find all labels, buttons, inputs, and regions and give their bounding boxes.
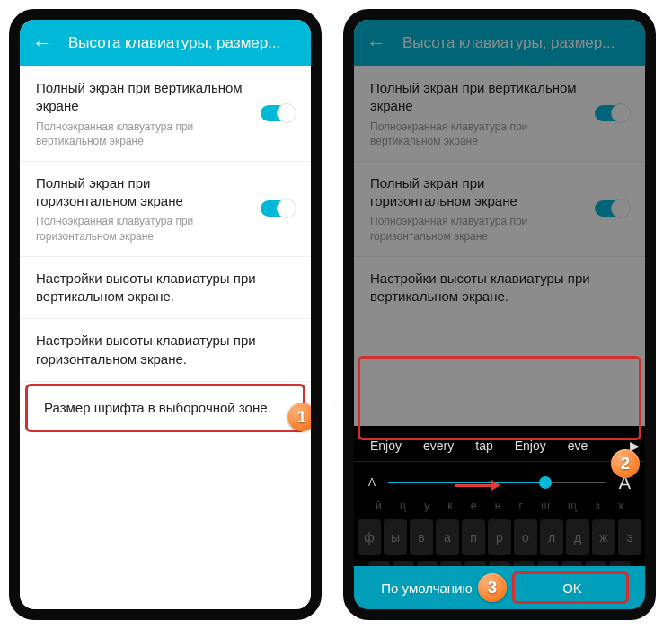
row-title: Размер шрифта в выборочной зоне bbox=[44, 399, 287, 417]
setting-kb-height-landscape[interactable]: Настройки высоты клавиатуры при горизонт… bbox=[20, 319, 311, 381]
font-size-slider: A A bbox=[354, 462, 645, 503]
setting-font-size[interactable]: Размер шрифта в выборочной зоне bbox=[25, 384, 305, 432]
divider bbox=[20, 381, 311, 382]
toggle-switch[interactable] bbox=[261, 200, 295, 217]
key[interactable]: д bbox=[566, 519, 589, 555]
row-title: Полный экран при горизонтальном экране bbox=[36, 174, 250, 211]
row-title: Настройки высоты клавиатуры при вертикал… bbox=[36, 270, 295, 306]
key[interactable]: р bbox=[488, 519, 511, 555]
callout-badge-3: 3 bbox=[478, 573, 507, 602]
setting-fullscreen-landscape[interactable]: Полный экран при горизонтальном экране П… bbox=[20, 162, 311, 256]
letter-a-small-icon: A bbox=[368, 476, 376, 489]
row-title: Полный экран при вертикальном экране bbox=[36, 79, 250, 116]
key[interactable]: а bbox=[436, 519, 459, 555]
key[interactable]: л bbox=[540, 519, 563, 555]
key[interactable]: о bbox=[514, 519, 537, 555]
key[interactable]: ф bbox=[358, 519, 381, 555]
setting-fullscreen-portrait[interactable]: Полный экран при вертикальном экране Пол… bbox=[20, 66, 311, 161]
slider-thumb[interactable] bbox=[539, 476, 552, 489]
annotation-highlight bbox=[512, 571, 629, 604]
callout-badge-1: 1 bbox=[287, 403, 316, 431]
key[interactable]: ж bbox=[592, 519, 615, 555]
row-subtitle: Полноэкранная клавуатура при вертикально… bbox=[36, 120, 250, 148]
row-title: Настройки высоты клавиатуры при горизонт… bbox=[36, 332, 295, 368]
settings-header: ← Высота клавиатуры, размер... bbox=[20, 20, 311, 66]
phone-right: ← Высота клавиатуры, размер... Полный эк… bbox=[343, 9, 656, 620]
key[interactable]: в bbox=[410, 519, 433, 555]
callout-badge-2: 2 bbox=[611, 449, 640, 478]
toggle-switch[interactable] bbox=[261, 105, 295, 121]
annotation-arrow bbox=[455, 480, 500, 491]
key[interactable]: ы bbox=[384, 519, 407, 555]
row-subtitle: Полноэкранная клавуатура при горизонталь… bbox=[36, 214, 250, 243]
header-title: Высота клавиатуры, размер... bbox=[68, 34, 280, 52]
setting-kb-height-portrait[interactable]: Настройки высоты клавиатуры при вертикал… bbox=[20, 257, 311, 319]
key-row: ф ы в а п р о л д ж э bbox=[358, 519, 641, 555]
phone-left: ← Высота клавиатуры, размер... Полный эк… bbox=[9, 9, 322, 620]
key[interactable]: э bbox=[618, 519, 641, 555]
key[interactable]: п bbox=[462, 519, 485, 555]
back-icon[interactable]: ← bbox=[32, 31, 52, 55]
annotation-highlight bbox=[358, 356, 641, 440]
